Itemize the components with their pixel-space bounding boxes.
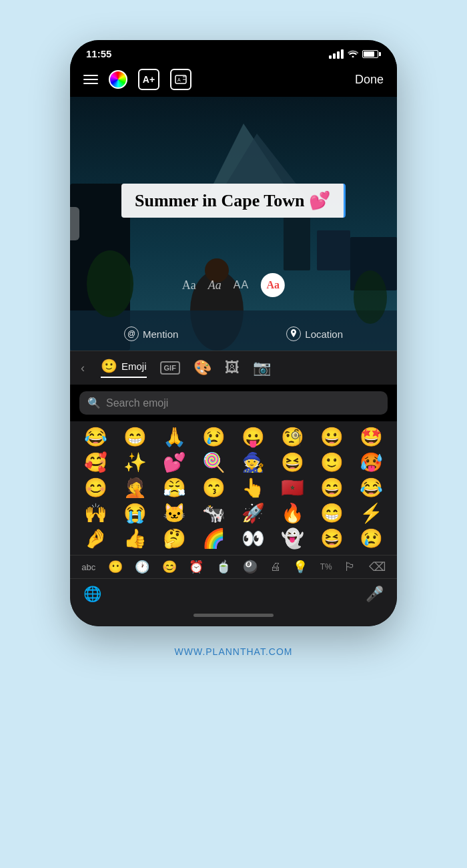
emoji-item[interactable]: 🐱 bbox=[155, 501, 193, 525]
emoji-item[interactable]: 🚀 bbox=[234, 501, 272, 525]
sticker-icon: 🎨 bbox=[193, 359, 211, 377]
emoji-item[interactable]: 😄 bbox=[313, 476, 351, 500]
caption-text[interactable]: Summer in Cape Town 💕 bbox=[121, 184, 346, 218]
emoji-item[interactable]: 🧐 bbox=[274, 425, 312, 449]
page-wrapper: 11:55 bbox=[0, 0, 467, 868]
emoji-item[interactable]: 😁 bbox=[313, 501, 351, 525]
photo-button[interactable]: 🖼 bbox=[225, 359, 240, 377]
cat-delete[interactable]: ⌫ bbox=[369, 560, 386, 574]
phone-frame: 11:55 bbox=[70, 40, 397, 626]
emoji-item[interactable]: 😂 bbox=[352, 476, 390, 500]
toolbar-left: A+ A bbox=[83, 69, 191, 90]
emoji-item[interactable]: 🤔 bbox=[155, 527, 193, 551]
camera-button[interactable]: 📷 bbox=[253, 359, 271, 377]
font-italic[interactable]: Aa bbox=[208, 278, 221, 292]
sidebar-handle[interactable] bbox=[70, 207, 79, 240]
emoji-item[interactable]: 🤦 bbox=[116, 476, 154, 500]
cat-recent[interactable]: 🕐 bbox=[135, 560, 149, 574]
footer-url: WWW.PLANNTHAT.COM bbox=[175, 646, 293, 657]
location-icon bbox=[286, 327, 301, 341]
home-indicator bbox=[70, 608, 397, 626]
emoji-item[interactable]: 🤌 bbox=[77, 527, 115, 551]
wifi-icon bbox=[348, 49, 358, 59]
emoji-item[interactable]: 👍 bbox=[116, 527, 154, 551]
emoji-item[interactable]: 🧙 bbox=[234, 451, 272, 475]
done-button[interactable]: Done bbox=[355, 73, 384, 87]
font-caps[interactable]: AA bbox=[234, 279, 249, 291]
emoji-item[interactable]: 😢 bbox=[195, 425, 233, 449]
emoji-item[interactable]: 🙌 bbox=[77, 501, 115, 525]
emoji-item[interactable]: 😤 bbox=[155, 476, 193, 500]
color-wheel-icon[interactable] bbox=[109, 70, 127, 89]
microphone-button[interactable]: 🎤 bbox=[366, 586, 384, 603]
keyboard-bottom: 🌐 🎤 bbox=[70, 578, 397, 608]
emoji-item[interactable]: 😭 bbox=[116, 501, 154, 525]
emoji-item[interactable]: 💕 bbox=[155, 451, 193, 475]
search-placeholder: Search emoji bbox=[106, 397, 168, 409]
emoji-item[interactable]: 🥰 bbox=[77, 451, 115, 475]
home-bar bbox=[193, 614, 274, 617]
cat-symbols[interactable]: 💡 bbox=[293, 560, 308, 574]
signal-icon bbox=[329, 49, 344, 59]
emoji-item[interactable]: 👻 bbox=[274, 527, 312, 551]
cat-people[interactable]: 😶 bbox=[108, 560, 123, 574]
emoji-item[interactable]: 😆 bbox=[313, 527, 351, 551]
emoji-item[interactable]: 🙂 bbox=[313, 451, 351, 475]
svg-rect-7 bbox=[284, 217, 310, 270]
location-button[interactable]: Location bbox=[286, 327, 343, 341]
cat-activities[interactable]: 🎱 bbox=[243, 560, 258, 574]
emoji-item[interactable]: 😁 bbox=[116, 425, 154, 449]
emoji-item[interactable]: 🇲🇦 bbox=[274, 476, 312, 500]
emoji-item[interactable]: 😙 bbox=[195, 476, 233, 500]
cat-food[interactable]: 🍵 bbox=[216, 560, 231, 574]
emoji-item[interactable]: 🥵 bbox=[352, 451, 390, 475]
emoji-search-bar[interactable]: 🔍 Search emoji bbox=[79, 391, 388, 415]
svg-point-15 bbox=[354, 270, 387, 324]
text-plus-button[interactable]: A+ bbox=[138, 69, 159, 90]
svg-point-14 bbox=[87, 250, 133, 317]
font-selector: Aa Aa AA Aa bbox=[182, 273, 285, 297]
sticker-button[interactable]: 🎨 bbox=[193, 359, 211, 377]
text-format-button[interactable]: A bbox=[170, 69, 191, 90]
emoji-item[interactable]: 🔥 bbox=[274, 501, 312, 525]
cat-objects[interactable]: 🖨 bbox=[270, 561, 281, 573]
emoji-item[interactable]: ✨ bbox=[116, 451, 154, 475]
gif-icon: GIF bbox=[160, 361, 180, 375]
emoji-item[interactable]: 😂 bbox=[77, 425, 115, 449]
cat-abc[interactable]: abc bbox=[81, 562, 95, 572]
back-button[interactable]: ‹ bbox=[81, 361, 85, 375]
emoji-item[interactable]: 😆 bbox=[274, 451, 312, 475]
font-serif[interactable]: Aa bbox=[182, 278, 196, 292]
mention-button[interactable]: @ Mention bbox=[124, 327, 178, 341]
emoji-item[interactable]: ⚡ bbox=[352, 501, 390, 525]
status-bar: 11:55 bbox=[70, 40, 397, 63]
emoji-item[interactable]: 😛 bbox=[234, 425, 272, 449]
cat-smileys[interactable]: 😊 bbox=[162, 560, 177, 574]
photo-area: Summer in Cape Town 💕 Aa Aa AA Aa @ Ment… bbox=[70, 97, 397, 351]
globe-button[interactable]: 🌐 bbox=[83, 586, 101, 603]
emoji-item[interactable]: 😢 bbox=[352, 527, 390, 551]
cat-flags[interactable]: 🏳 bbox=[344, 560, 356, 574]
emoji-item[interactable]: 😀 bbox=[313, 425, 351, 449]
emoji-item[interactable]: 🤩 bbox=[352, 425, 390, 449]
gif-button[interactable]: GIF bbox=[160, 361, 180, 375]
emoji-toolbar: ‹ 🙂 Emoji GIF 🎨 🖼 📷 bbox=[70, 351, 397, 385]
battery-icon bbox=[362, 50, 381, 58]
menu-icon[interactable] bbox=[83, 75, 98, 84]
app-toolbar: A+ A Done bbox=[70, 63, 397, 97]
svg-rect-8 bbox=[317, 230, 350, 270]
mention-icon: @ bbox=[124, 327, 139, 341]
emoji-tab[interactable]: 🙂 Emoji bbox=[101, 358, 147, 378]
emoji-item[interactable]: 🍭 bbox=[195, 451, 233, 475]
emoji-item[interactable]: 👀 bbox=[234, 527, 272, 551]
emoji-item[interactable]: 🌈 bbox=[195, 527, 233, 551]
font-cursive[interactable]: Aa bbox=[261, 273, 285, 297]
cat-special[interactable]: T% bbox=[320, 562, 332, 572]
cat-clock[interactable]: ⏰ bbox=[189, 560, 203, 574]
emoji-item[interactable]: 😊 bbox=[77, 476, 115, 500]
emoji-item[interactable]: 👆 bbox=[234, 476, 272, 500]
time-display: 11:55 bbox=[86, 48, 111, 59]
emoji-item[interactable]: 🐄 bbox=[195, 501, 233, 525]
emoji-item[interactable]: 🙏 bbox=[155, 425, 193, 449]
svg-text:A: A bbox=[177, 77, 181, 82]
